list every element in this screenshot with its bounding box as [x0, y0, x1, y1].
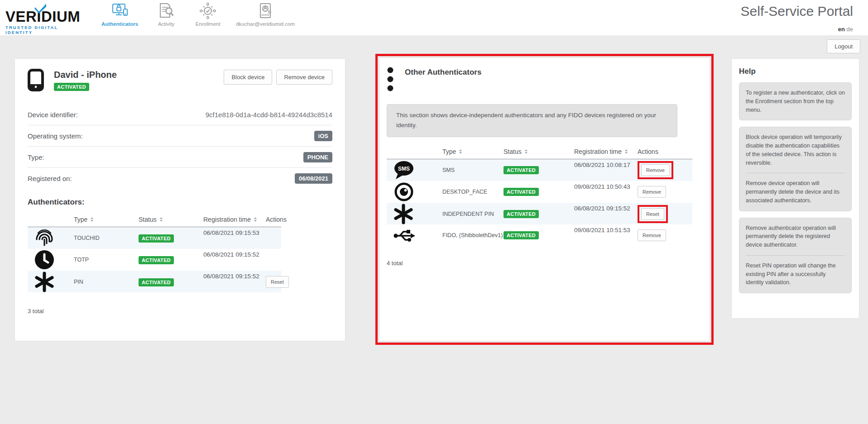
info-row-registered-on: Registered on: 06/08/2021 [28, 168, 332, 189]
col-header-registration-time[interactable]: Registration time [574, 148, 638, 155]
other-authenticators-card: Other Authenticators This section shows … [379, 58, 710, 341]
registration-time: 09/08/2021 10:50:43 [574, 181, 638, 190]
sms-bubble-icon: SMS [393, 160, 442, 180]
status-badge: ACTIVATED [504, 210, 539, 218]
remove-device-button[interactable]: Remove device [276, 70, 332, 85]
col-header-status[interactable]: Status [504, 148, 574, 155]
device-table-total: 3 total [28, 308, 332, 314]
col-header-actions: Actions [266, 216, 287, 223]
authenticator-type: PIN [74, 279, 139, 285]
help-title: Help [739, 67, 852, 76]
top-header: VERIDIUM TRUSTED DIGITAL IDENTITY Authen… [0, 0, 868, 35]
table-row-pin: PIN ACTIVATED 06/08/2021 09:15:52 Reset [28, 271, 281, 292]
monitor-lock-icon [111, 2, 129, 19]
table-row-desktop-face: DESKTOP_FACE ACTIVATED 09/08/2021 10:50:… [387, 181, 692, 203]
registration-time: 06/08/2021 09:15:53 [203, 227, 266, 236]
registered-on-badge: 06/08/2021 [295, 173, 332, 184]
table-row-sms: SMS SMS ACTIVATED 06/08/2021 10:08:17 Re… [387, 159, 692, 181]
other-authenticators-table: Type Status Registration time Actions SM… [387, 144, 702, 246]
remove-fido-button[interactable]: Remove [638, 229, 666, 241]
help-text: Remove device operation will permanently… [746, 179, 845, 205]
registration-time: 06/08/2021 09:15:52 [203, 271, 266, 280]
asterisk-icon [393, 203, 442, 225]
device-title: David - iPhone [54, 70, 117, 80]
nav-item-profile[interactable]: dkuchar@veridiumid.com [236, 2, 295, 27]
phone-icon [28, 69, 44, 93]
authenticator-type: DESKTOP_FACE [442, 189, 504, 195]
info-row-operating-system: Operating system: iOS [28, 125, 332, 147]
help-box-enrollment: To register a new authenticator, click o… [739, 82, 852, 120]
info-label: Operating system: [28, 132, 83, 140]
nav-label: Activity [158, 21, 174, 27]
table-row-independent-pin: INDEPENDENT PIN ACTIVATED 06/08/2021 09:… [387, 203, 692, 224]
col-header-type[interactable]: Type [442, 148, 504, 155]
nav-label: Authenticators [101, 21, 138, 27]
help-text: To register a new authenticator, click o… [746, 89, 845, 114]
status-badge: ACTIVATED [504, 231, 539, 239]
info-label: Type: [28, 153, 44, 161]
nav-item-authenticators[interactable]: Authenticators [101, 2, 138, 27]
device-card: David - iPhone ACTIVATED Block device Re… [15, 59, 345, 341]
authenticator-type: TOUCHID [74, 235, 139, 241]
col-header-status[interactable]: Status [139, 216, 203, 223]
status-badge: ACTIVATED [139, 234, 174, 243]
divider [746, 255, 845, 256]
info-label: Registered on: [28, 175, 72, 182]
veridium-logo: VERIDIUM TRUSTED DIGITAL IDENTITY [5, 3, 87, 35]
other-table-total: 4 total [387, 260, 702, 267]
usb-icon [393, 226, 442, 245]
help-box-device-operations: Block device operation will temporarily … [739, 127, 852, 211]
other-card-description: This section shows device-independent au… [387, 104, 677, 137]
sort-icon [625, 149, 628, 154]
col-header-type[interactable]: Type [74, 216, 139, 223]
registration-time: 06/08/2021 10:08:17 [574, 159, 638, 168]
remove-desktop-face-button[interactable]: Remove [638, 186, 666, 198]
info-row-device-identifier: Device identifier: 9cf1e818-0d1a-4cdd-b8… [28, 104, 332, 125]
nav-label: dkuchar@veridiumid.com [236, 21, 295, 27]
device-status-badge: ACTIVATED [54, 83, 89, 91]
fingerprint-icon [34, 227, 74, 249]
help-text: Reset PIN operation will change the exis… [746, 262, 845, 287]
block-device-button[interactable]: Block device [224, 70, 272, 85]
nav-item-activity[interactable]: Activity [153, 2, 180, 27]
logo-tagline: TRUSTED DIGITAL IDENTITY [5, 25, 87, 35]
device-authenticators-table: Type Status Registration time Actions TO… [28, 212, 332, 292]
authenticator-type: INDEPENDENT PIN [442, 211, 504, 217]
os-badge: iOS [314, 131, 332, 141]
help-text: Block device operation will temporarily … [746, 133, 845, 167]
help-text: Remove authenticator operation will perm… [746, 224, 845, 249]
logo-check-icon [34, 3, 48, 14]
other-authenticators-highlight: Other Authenticators This section shows … [375, 54, 714, 345]
type-badge: PHONE [303, 152, 332, 162]
authenticators-section-title: Authenticators: [28, 198, 332, 207]
help-card: Help To register a new authenticator, cl… [732, 59, 859, 318]
remove-sms-button[interactable]: Remove [641, 164, 670, 176]
registration-time: 09/08/2021 10:51:53 [574, 224, 638, 233]
vertical-dots-icon [387, 66, 394, 95]
table-row-touchid: TOUCHID ACTIVATED 06/08/2021 09:15:53 [28, 227, 281, 249]
top-nav: Authenticators Activity [101, 2, 295, 27]
reset-pin-button[interactable]: Reset [266, 276, 289, 288]
status-badge: ACTIVATED [139, 278, 174, 286]
device-card-header: David - iPhone ACTIVATED Block device Re… [28, 69, 332, 97]
remove-button-highlight: Remove [638, 161, 673, 179]
nav-label: Enrollment [196, 21, 221, 27]
table-row-fido: FIDO, (ShibbolethDev1) ACTIVATED 09/08/2… [387, 224, 692, 246]
logout-button[interactable]: Logout [827, 39, 860, 53]
reset-independent-pin-button[interactable]: Reset [641, 208, 664, 220]
other-card-title: Other Authenticators [405, 66, 481, 77]
authenticator-type: SMS [442, 167, 504, 173]
col-header-registration-time[interactable]: Registration time [203, 216, 266, 223]
lang-en[interactable]: en [838, 26, 845, 33]
asterisk-icon [34, 271, 74, 293]
table-header-row: Type Status Registration time Actions [387, 144, 692, 159]
other-card-header: Other Authenticators [387, 64, 702, 95]
reset-button-highlight: Reset [638, 205, 668, 223]
registration-time: 06/08/2021 09:15:52 [203, 249, 266, 258]
sort-icon [525, 149, 528, 154]
id-badge-icon [257, 2, 273, 19]
nav-item-enrollment[interactable]: Enrollment [194, 2, 221, 27]
page-title: Self-Service Portal [741, 4, 853, 19]
status-badge: ACTIVATED [504, 166, 539, 174]
lang-de[interactable]: de [847, 26, 853, 33]
